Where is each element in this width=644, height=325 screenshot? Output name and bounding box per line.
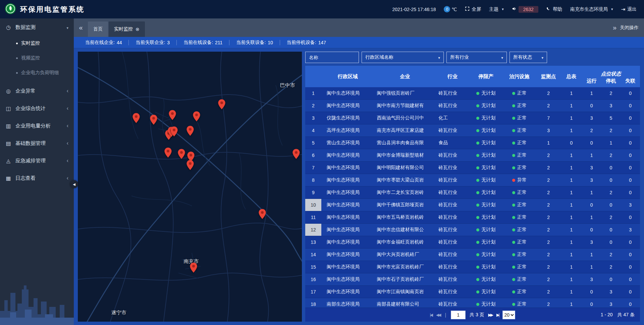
row-monitor-points: 2 bbox=[536, 264, 560, 270]
row-stopped-count: 0 bbox=[601, 177, 621, 183]
row-stopped-count: 3 bbox=[601, 302, 621, 307]
org-dropdown[interactable]: 南充市生态环境局 bbox=[570, 6, 613, 12]
stat-label: 当前在线设备: bbox=[183, 40, 213, 46]
table-row[interactable]: 11 阆中生态环境局 阆中市五马桥页岩机砖 砖瓦行业 无计划 正常 bbox=[305, 211, 640, 224]
tab-close-icon[interactable] bbox=[136, 26, 140, 32]
tab[interactable]: 实时监控 bbox=[109, 21, 145, 37]
content: 巴中市南充市遂宁市 bbox=[74, 48, 644, 325]
row-total-meter: 1 bbox=[561, 190, 582, 195]
row-enterprise: 阆中市光富页岩机砖厂 bbox=[374, 264, 436, 270]
page-size-select[interactable]: 20 bbox=[502, 311, 515, 319]
sidebar-group[interactable]: 企业用电量分析 bbox=[0, 117, 74, 134]
map-pin[interactable] bbox=[186, 126, 194, 136]
tab-bar-right: 关闭操作 bbox=[613, 24, 639, 32]
sidebar-item[interactable]: 企业电力负荷明细 bbox=[0, 65, 74, 80]
chevron-left-icon bbox=[67, 105, 68, 111]
map-pin[interactable] bbox=[169, 110, 176, 120]
limit-status-dot bbox=[476, 228, 479, 231]
sidebar-group-data-monitoring[interactable]: 数据监测 bbox=[0, 18, 74, 36]
tab[interactable]: 首页 bbox=[88, 21, 108, 37]
map-collapse-handle[interactable] bbox=[70, 180, 78, 188]
table-row[interactable]: 1 阆中生态环境局 阆中强锐页岩砖厂 砖瓦行业 无计划 正常 bbox=[305, 87, 640, 100]
next-page-icon[interactable] bbox=[488, 313, 492, 317]
row-production-limit: 无计划 bbox=[469, 289, 503, 295]
row-pollution-facility: 正常 bbox=[503, 202, 536, 208]
map-pin[interactable] bbox=[132, 113, 140, 123]
row-running-count: 1 bbox=[582, 252, 601, 257]
row-pollution-facility: 正常 bbox=[503, 115, 536, 121]
last-page-icon[interactable] bbox=[496, 313, 498, 317]
facility-status-text: 正常 bbox=[517, 301, 527, 307]
limit-status-text: 无计划 bbox=[481, 103, 495, 109]
table-row[interactable]: 7 阆中生态环境局 阆中明阳建材有限公司 砖瓦行业 无计划 正常 bbox=[305, 162, 640, 174]
close-operations-button[interactable]: 关闭操作 bbox=[620, 25, 639, 31]
table-row[interactable]: 10 阆中生态环境局 阆中千佛镇五郎垭页岩 砖瓦行业 无计划 正常 bbox=[305, 199, 640, 211]
map-pin[interactable] bbox=[292, 149, 300, 159]
datetime: 2021-02-25 17:46:18 bbox=[392, 7, 436, 12]
table-row[interactable]: 6 阆中生态环境局 阆中市金博瑞新型墙材 砖瓦行业 无计划 正常 bbox=[305, 149, 640, 162]
row-enterprise: 阆中市金博瑞新型墙材 bbox=[374, 152, 436, 158]
sidebar-group[interactable]: 日志查看 bbox=[0, 169, 74, 187]
row-running-count: 0 bbox=[582, 302, 601, 307]
table-row[interactable]: 16 阆中生态环境局 阆中市石子页岩机砖厂 砖瓦行业 无计划 正常 bbox=[305, 273, 640, 286]
row-stopped-count: 5 bbox=[601, 115, 621, 121]
row-running-count: 0 bbox=[582, 140, 601, 146]
tab-scroll-left-icon[interactable] bbox=[74, 18, 88, 37]
industry-filter-select[interactable]: 所有行业 bbox=[446, 52, 507, 63]
stat-label: 当前失联企业: bbox=[136, 40, 165, 46]
table-row[interactable]: 3 仪陇生态环境局 西南油气田分公司川中 化工 无计划 正常 bbox=[305, 112, 640, 124]
limit-status-text: 无计划 bbox=[481, 202, 495, 208]
sidebar-item[interactable]: 视频监控 bbox=[0, 51, 74, 65]
row-region: 阆中生态环境局 bbox=[321, 165, 374, 171]
map-pin[interactable] bbox=[150, 115, 157, 125]
sidebar-item[interactable]: 实时监控 bbox=[0, 36, 74, 51]
table-row[interactable]: 9 阆中生态环境局 阆中市二龙长宝页岩砖 砖瓦行业 无计划 正常 bbox=[305, 186, 640, 199]
row-region: 阆中生态环境局 bbox=[321, 152, 374, 158]
name-filter-input[interactable] bbox=[305, 52, 359, 63]
facility-status-text: 正常 bbox=[517, 227, 527, 233]
theme-dropdown[interactable]: 主题 bbox=[489, 6, 504, 12]
sidebar-group[interactable]: 应急减排管理 bbox=[0, 152, 74, 169]
facility-status-dot bbox=[512, 253, 515, 256]
table-row[interactable]: 14 阆中生态环境局 阆中大兴页岩机砖厂 砖瓦行业 无计划 正常 bbox=[305, 249, 640, 261]
limit-status-dot bbox=[476, 104, 479, 107]
table-row[interactable]: 4 高坪生态环境局 南充市高坪区王家店建 砖瓦行业 无计划 正常 bbox=[305, 124, 640, 137]
sidebar-group[interactable]: 企业异常 bbox=[0, 82, 74, 100]
logout-button[interactable]: ⇥ 退出 bbox=[621, 6, 637, 12]
table-row[interactable]: 18 南部生态环境局 南部县建材有限公司 砖瓦行业 无计划 正常 bbox=[305, 298, 640, 308]
table-row[interactable]: 17 阆中生态环境局 阆中市江南镇阆南页岩 砖瓦行业 无计划 正常 bbox=[305, 286, 640, 298]
sidebar-group[interactable]: 企业综合统计 bbox=[0, 100, 74, 117]
header-lost: 失联 bbox=[621, 78, 640, 87]
tab-scroll-right-icon[interactable] bbox=[613, 24, 616, 32]
table-row[interactable]: 12 阆中生态环境局 阆中市忠信建材有限公 砖瓦行业 无计划 正常 bbox=[305, 224, 640, 236]
table-row[interactable]: 13 阆中生态环境局 阆中市金福旺页岩机砖 砖瓦行业 无计划 正常 bbox=[305, 236, 640, 249]
page-number-input[interactable] bbox=[451, 311, 466, 319]
map-pin[interactable] bbox=[170, 126, 178, 137]
row-region: 营山生态环境局 bbox=[321, 140, 374, 146]
row-total-meter: 1 bbox=[561, 277, 582, 282]
fullscreen-button[interactable]: 全屏 bbox=[465, 6, 481, 12]
table-row[interactable]: 8 阆中生态环境局 阆中市枣碧大梁山页岩 砖瓦行业 无计划 异常 bbox=[305, 174, 640, 186]
status-filter-select[interactable]: 所有状态 bbox=[509, 52, 547, 63]
sidebar-groups: 企业异常 企业综合统计 企业用电量分析 基础数据管理 应急减排管理 日 bbox=[0, 82, 74, 187]
sidebar-group[interactable]: 基础数据管理 bbox=[0, 134, 74, 152]
map-pin[interactable] bbox=[218, 99, 225, 109]
map[interactable]: 巴中市南充市遂宁市 bbox=[78, 52, 302, 322]
help-label: 帮助 bbox=[553, 6, 562, 12]
map-pin[interactable] bbox=[193, 111, 200, 121]
table-row[interactable]: 5 营山生态环境局 营山县润丰肉食品有限 食品 无计划 正常 bbox=[305, 137, 640, 149]
table-row[interactable]: 2 阆中生态环境局 阆中市南方节能建材有 砖瓦行业 无计划 正常 bbox=[305, 100, 640, 112]
map-pin[interactable] bbox=[178, 149, 185, 159]
map-pin[interactable] bbox=[164, 148, 172, 158]
first-page-icon[interactable] bbox=[430, 313, 432, 317]
stat-value: 44 bbox=[117, 40, 122, 45]
table-row[interactable]: 15 阆中生态环境局 阆中市光富页岩机砖厂 砖瓦行业 无计划 正常 bbox=[305, 261, 640, 273]
alert-notification[interactable]: 2632 bbox=[512, 6, 538, 13]
map-pin[interactable] bbox=[259, 209, 266, 219]
limit-status-text: 无计划 bbox=[481, 214, 495, 220]
help-button[interactable]: 帮助 bbox=[546, 6, 562, 12]
map-pin[interactable] bbox=[190, 263, 197, 273]
previous-page-icon[interactable] bbox=[436, 313, 440, 317]
map-pin[interactable] bbox=[186, 160, 194, 170]
region-filter-select[interactable]: 行政区域名称 bbox=[362, 52, 444, 63]
